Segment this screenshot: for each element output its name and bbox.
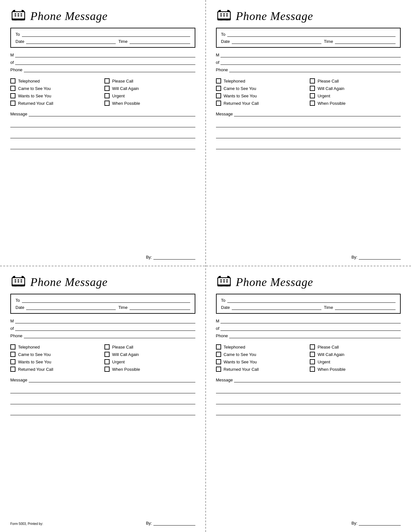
card-4-cb-returnedyourcall-box[interactable] xyxy=(216,367,221,372)
card-3-cb-willcallagain[interactable]: Will Call Again xyxy=(104,352,195,357)
card-1-cb-wantstoseeyou-box[interactable] xyxy=(10,93,15,98)
card-1-cb-cametoseeyou[interactable]: Came to See You xyxy=(10,86,101,91)
card-2-of-label: of xyxy=(216,60,220,65)
card-3-cb-urgent-box[interactable] xyxy=(104,359,110,364)
card-3-phone-label: Phone xyxy=(10,333,23,338)
card-2-m-row: M xyxy=(216,52,401,57)
card-2-fields: M of Phone xyxy=(216,52,401,74)
card-3-cb-urgent[interactable]: Urgent xyxy=(104,359,195,364)
card-2-date-section: Date xyxy=(221,39,321,44)
card-3-cb-telephoned-box[interactable] xyxy=(10,344,15,350)
svg-rect-8 xyxy=(18,15,19,16)
card-1-cb-telephoned[interactable]: Telephoned xyxy=(10,78,101,84)
card-4-cb-urgent-box[interactable] xyxy=(310,359,315,364)
card-4-cb-pleasecall-box[interactable] xyxy=(310,344,315,350)
card-2-message-section: Message xyxy=(216,111,401,253)
card-1-fields: M of Phone xyxy=(10,52,195,74)
card-4-message-section: Message xyxy=(216,377,401,519)
card-1-message-row: Message xyxy=(10,111,195,116)
card-3-cb-wantstoseeyou[interactable]: Wants to See You xyxy=(10,359,101,364)
card-4-time-label: Time xyxy=(324,305,333,310)
card-2-cb-whenpossible-box[interactable] xyxy=(310,101,315,106)
card-2-cb-willcallagain[interactable]: Will Call Again xyxy=(310,86,401,91)
card-1-cb-whenpossible-box[interactable] xyxy=(104,101,110,106)
card-3-cb-telephoned[interactable]: Telephoned xyxy=(10,344,101,350)
card-3-m-row: M xyxy=(10,318,195,323)
card-2-cb-cametoseeyou[interactable]: Came to See You xyxy=(216,86,307,91)
card-1-extra-line-2 xyxy=(10,133,195,138)
card-2-cb-urgent[interactable]: Urgent xyxy=(310,93,401,98)
card-1-cb-willcallagain[interactable]: Will Call Again xyxy=(104,86,195,91)
card-3-checkboxes: Telephoned Please Call Came to See You W… xyxy=(10,344,195,373)
card-3-extra-line-2 xyxy=(10,399,195,404)
card-1-cb-urgent[interactable]: Urgent xyxy=(104,93,195,98)
card-2-cb-pleasecall-box[interactable] xyxy=(310,78,315,84)
card-1-message-label: Message xyxy=(10,112,27,116)
svg-rect-5 xyxy=(18,14,19,15)
card-3-header: Phone Message xyxy=(10,275,195,289)
card-3-date-label: Date xyxy=(15,305,24,310)
card-1-cb-pleasecall-box[interactable] xyxy=(104,78,110,84)
card-2-by-row: By: xyxy=(216,253,401,260)
card-2-cb-returnedyourcall[interactable]: Returned Your Call xyxy=(216,101,307,106)
card-4-cb-willcallagain-box[interactable] xyxy=(310,352,315,357)
card-3-cb-whenpossible-box[interactable] xyxy=(104,367,110,372)
card-2-cb-whenpossible[interactable]: When Possible xyxy=(310,101,401,106)
card-3-cb-returnedyourcall[interactable]: Returned Your Call xyxy=(10,367,101,372)
card-1-m-label: M xyxy=(10,53,14,57)
card-2-checkboxes: Telephoned Please Call Came to See You W… xyxy=(216,78,401,107)
card-1-cb-whenpossible[interactable]: When Possible xyxy=(104,101,195,106)
card-3-cb-returnedyourcall-box[interactable] xyxy=(10,367,15,372)
svg-rect-3 xyxy=(20,19,23,20)
card-2-cb-pleasecall[interactable]: Please Call xyxy=(310,78,401,84)
card-4-cb-whenpossible[interactable]: When Possible xyxy=(310,367,401,372)
card-2-cb-telephoned[interactable]: Telephoned xyxy=(216,78,307,84)
card-3-cb-wantstoseeyou-box[interactable] xyxy=(10,359,15,364)
card-2-cb-cametoseeyou-label: Came to See You xyxy=(224,86,256,91)
card-2-cb-wantstoseeyou-box[interactable] xyxy=(216,93,221,98)
card-4-cb-returnedyourcall[interactable]: Returned Your Call xyxy=(216,367,307,372)
card-3-cb-pleasecall[interactable]: Please Call xyxy=(104,344,195,350)
card-4-cb-urgent[interactable]: Urgent xyxy=(310,359,401,364)
card-1-cb-returnedyourcall[interactable]: Returned Your Call xyxy=(10,101,101,106)
svg-rect-16 xyxy=(226,14,228,15)
card-3-cb-pleasecall-box[interactable] xyxy=(104,344,110,350)
card-4-cb-telephoned-box[interactable] xyxy=(216,344,221,350)
card-1-cb-telephoned-box[interactable] xyxy=(10,78,15,84)
card-4-cb-cametoseeyou[interactable]: Came to See You xyxy=(216,352,307,357)
card-4: Phone Message To Date Time M xyxy=(206,266,411,532)
card-4-cb-pleasecall[interactable]: Please Call xyxy=(310,344,401,350)
card-1-header: Phone Message xyxy=(10,9,195,23)
card-3-cb-cametoseeyou-box[interactable] xyxy=(10,352,15,357)
card-1-by-label: By: xyxy=(146,255,152,260)
card-2-cb-urgent-box[interactable] xyxy=(310,93,315,98)
card-3-date-line xyxy=(26,305,116,310)
card-2-cb-returnedyourcall-box[interactable] xyxy=(216,101,221,106)
card-1-phone-line xyxy=(24,67,195,72)
card-1-cb-urgent-box[interactable] xyxy=(104,93,110,98)
card-1-cb-cametoseeyou-box[interactable] xyxy=(10,86,15,91)
card-2-cb-willcallagain-box[interactable] xyxy=(310,86,315,91)
card-2-cb-cametoseeyou-box[interactable] xyxy=(216,86,221,91)
card-1-cb-willcallagain-box[interactable] xyxy=(104,86,110,91)
card-1-cb-wantstoseeyou[interactable]: Wants to See You xyxy=(10,93,101,98)
card-3-cb-whenpossible[interactable]: When Possible xyxy=(104,367,195,372)
phone-icon-2 xyxy=(216,9,232,23)
card-4-cb-wantstoseeyou[interactable]: Wants to See You xyxy=(216,359,307,364)
card-3-cb-willcallagain-box[interactable] xyxy=(104,352,110,357)
card-1-cb-pleasecall[interactable]: Please Call xyxy=(104,78,195,84)
card-1-cb-returnedyourcall-box[interactable] xyxy=(10,101,15,106)
card-2-cb-urgent-label: Urgent xyxy=(318,94,330,98)
card-4-of-label: of xyxy=(216,326,220,331)
card-3-cb-wantstoseeyou-label: Wants to See You xyxy=(18,360,51,364)
card-4-cb-willcallagain[interactable]: Will Call Again xyxy=(310,352,401,357)
card-4-cb-wantstoseeyou-box[interactable] xyxy=(216,359,221,364)
card-3-cb-cametoseeyou[interactable]: Came to See You xyxy=(10,352,101,357)
card-2-cb-telephoned-box[interactable] xyxy=(216,78,221,84)
card-3-cb-returnedyourcall-label: Returned Your Call xyxy=(18,367,53,372)
card-4-cb-cametoseeyou-box[interactable] xyxy=(216,352,221,357)
card-4-info-box: To Date Time xyxy=(216,294,401,314)
card-4-cb-whenpossible-box[interactable] xyxy=(310,367,315,372)
card-4-cb-telephoned[interactable]: Telephoned xyxy=(216,344,307,350)
card-2-cb-wantstoseeyou[interactable]: Wants to See You xyxy=(216,93,307,98)
